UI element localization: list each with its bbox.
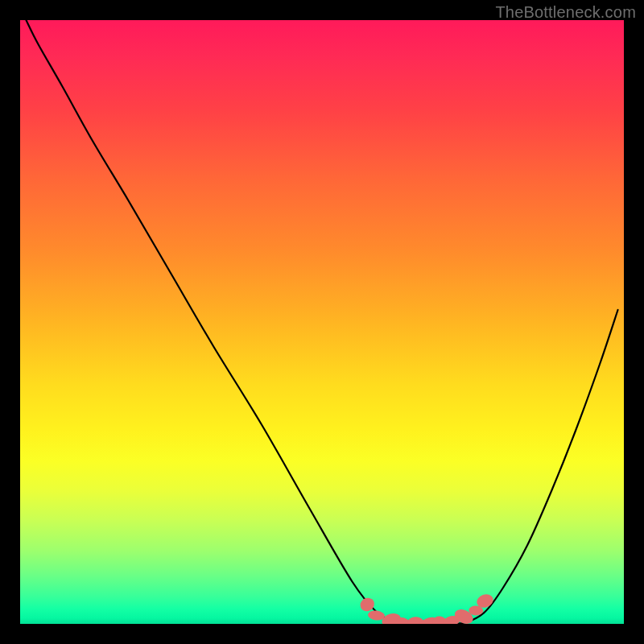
watermark-text: TheBottleneck.com <box>495 3 636 22</box>
chart-svg <box>20 20 624 624</box>
plot-area <box>20 20 624 624</box>
chart-frame: TheBottleneck.com <box>0 0 644 644</box>
curve-path <box>27 20 618 624</box>
